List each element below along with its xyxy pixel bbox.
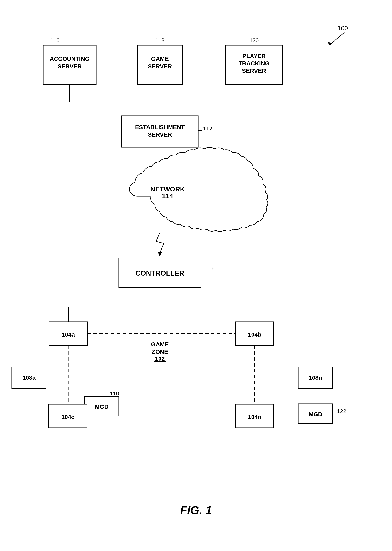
ref-108n-label: 108n — [309, 374, 322, 381]
game-server-label: GAME — [151, 56, 169, 62]
svg-marker-21 — [158, 252, 162, 257]
establishment-server-label: ESTABLISHMENT — [135, 124, 185, 130]
network-cloud: NETWORK 114 — [129, 147, 268, 231]
diagram: 100 ACCOUNTING SERVER 116 GAME SERVER 11… — [0, 0, 392, 551]
svg-text:TRACKING: TRACKING — [238, 60, 270, 67]
ref-122: 122 — [337, 408, 346, 414]
ref-104n-label: 104n — [248, 414, 261, 420]
svg-text:ZONE: ZONE — [152, 349, 168, 355]
svg-text:SERVER: SERVER — [148, 131, 172, 138]
figure-label: FIG. 1 — [180, 504, 212, 516]
network-ref: 114 — [162, 192, 173, 200]
ref-118: 118 — [155, 37, 165, 43]
svg-line-0 — [330, 32, 344, 45]
player-tracking-server-label: PLAYER — [243, 53, 266, 59]
ref-104a-label: 104a — [62, 331, 75, 338]
controller-label: CONTROLLER — [135, 269, 184, 277]
mgd-122-label: MGD — [309, 411, 322, 417]
ref-100: 100 — [337, 25, 348, 32]
svg-text:SERVER: SERVER — [58, 63, 82, 70]
ref-112: 112 — [203, 126, 212, 132]
ref-104c-label: 104c — [61, 414, 75, 420]
ref-110: 110 — [110, 391, 119, 397]
ref-108a-label: 108a — [22, 374, 36, 381]
accounting-server-label: ACCOUNTING — [50, 56, 90, 62]
ref-116: 116 — [50, 37, 60, 43]
ref-120: 120 — [250, 37, 259, 43]
ref-104b-label: 104b — [248, 331, 261, 338]
ref-106: 106 — [205, 265, 215, 272]
game-zone-label: GAME — [151, 341, 169, 348]
diagram-svg: 100 ACCOUNTING SERVER 116 GAME SERVER 11… — [0, 0, 392, 551]
svg-text:SERVER: SERVER — [242, 68, 266, 74]
network-label: NETWORK — [150, 185, 185, 193]
svg-text:SERVER: SERVER — [148, 63, 172, 70]
mgd-110-label: MGD — [95, 404, 108, 410]
game-zone-ref: 102 — [155, 355, 165, 362]
